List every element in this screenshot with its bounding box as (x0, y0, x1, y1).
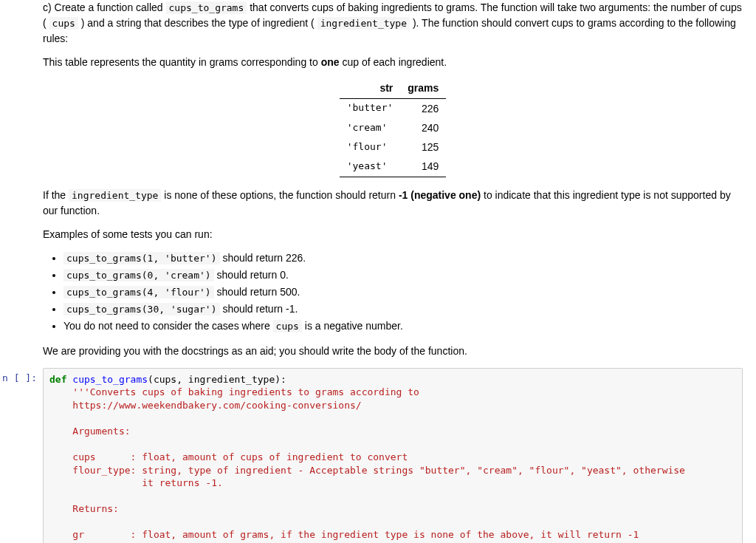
table-row: 'yeast' 149 (340, 157, 447, 177)
table-row: 'cream' 240 (340, 118, 447, 137)
list-item: cups_to_grams(0, 'cream') should return … (63, 267, 743, 283)
code-arg-ingredient-type: ingredient_type (317, 17, 410, 30)
cell-prompt: n [ ]: (0, 368, 43, 383)
code-content: def cups_to_grams(cups, ingredient_type)… (49, 373, 736, 543)
code-fn-name: cups_to_grams (166, 1, 247, 14)
page-root: c) Create a function called cups_to_gram… (0, 0, 756, 543)
list-item: You do not need to consider the cases wh… (63, 318, 743, 334)
code-input-area[interactable]: def cups_to_grams(cups, ingredient_type)… (43, 368, 743, 543)
code-arg-cups: cups (49, 17, 78, 30)
table-row: 'flour' 125 (340, 137, 447, 157)
docstring-note: We are providing you with the docstrings… (43, 344, 743, 358)
col-header-grams: grams (400, 78, 446, 98)
col-header-str: str (340, 78, 401, 98)
table-intro: This table represents the quantity in gr… (43, 55, 743, 69)
ingredient-table: str grams 'butter' 226 'cream' 240 'flou… (340, 78, 447, 177)
list-item: cups_to_grams(1, 'butter') should return… (63, 250, 743, 266)
code-ingredient-type: ingredient_type (69, 189, 161, 202)
code-test: cups_to_grams(30, 'sugar') (63, 303, 220, 315)
list-item: cups_to_grams(30, 'sugar') should return… (63, 301, 743, 317)
list-item: cups_to_grams(4, 'flour') should return … (63, 284, 743, 300)
part-label: c) Create a function called (43, 1, 166, 13)
code-test: cups_to_grams(1, 'butter') (63, 252, 220, 264)
question-text-block: c) Create a function called cups_to_gram… (43, 0, 743, 359)
table-row: 'butter' 226 (340, 98, 447, 118)
code-cups: cups (273, 320, 302, 332)
examples-label: Examples of some tests you can run: (43, 227, 743, 242)
question-part-c: c) Create a function called cups_to_gram… (43, 0, 743, 46)
code-test: cups_to_grams(0, 'cream') (63, 269, 214, 281)
code-test: cups_to_grams(4, 'flour') (63, 286, 214, 298)
tests-list: cups_to_grams(1, 'butter') should return… (43, 250, 743, 333)
code-cell: n [ ]: def cups_to_grams(cups, ingredien… (0, 368, 743, 543)
fallback-rule: If the ingredient_type is none of these … (43, 188, 743, 218)
